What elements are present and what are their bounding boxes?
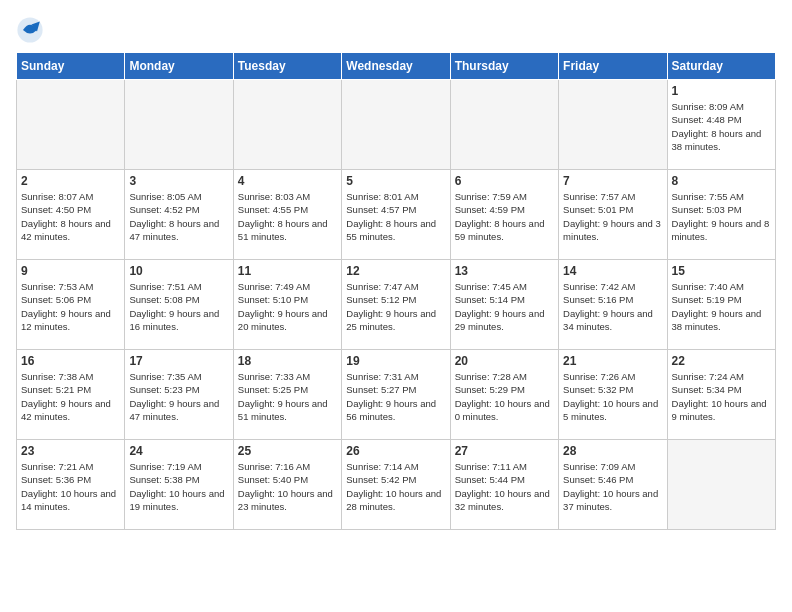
day-number: 10 [129,264,228,278]
calendar-cell: 24Sunrise: 7:19 AM Sunset: 5:38 PM Dayli… [125,440,233,530]
calendar-cell: 8Sunrise: 7:55 AM Sunset: 5:03 PM Daylig… [667,170,775,260]
day-info: Sunrise: 7:40 AM Sunset: 5:19 PM Dayligh… [672,280,771,333]
calendar-cell: 28Sunrise: 7:09 AM Sunset: 5:46 PM Dayli… [559,440,667,530]
calendar-cell: 10Sunrise: 7:51 AM Sunset: 5:08 PM Dayli… [125,260,233,350]
day-number: 20 [455,354,554,368]
day-info: Sunrise: 7:24 AM Sunset: 5:34 PM Dayligh… [672,370,771,423]
calendar-cell [17,80,125,170]
calendar-cell: 9Sunrise: 7:53 AM Sunset: 5:06 PM Daylig… [17,260,125,350]
day-info: Sunrise: 8:05 AM Sunset: 4:52 PM Dayligh… [129,190,228,243]
day-number: 16 [21,354,120,368]
day-number: 24 [129,444,228,458]
day-info: Sunrise: 7:57 AM Sunset: 5:01 PM Dayligh… [563,190,662,243]
calendar-cell: 6Sunrise: 7:59 AM Sunset: 4:59 PM Daylig… [450,170,558,260]
calendar-cell: 12Sunrise: 7:47 AM Sunset: 5:12 PM Dayli… [342,260,450,350]
day-number: 9 [21,264,120,278]
calendar-week-row: 23Sunrise: 7:21 AM Sunset: 5:36 PM Dayli… [17,440,776,530]
calendar-cell: 13Sunrise: 7:45 AM Sunset: 5:14 PM Dayli… [450,260,558,350]
day-number: 8 [672,174,771,188]
calendar-day-header: Saturday [667,53,775,80]
day-number: 11 [238,264,337,278]
day-number: 4 [238,174,337,188]
day-number: 1 [672,84,771,98]
calendar-cell: 11Sunrise: 7:49 AM Sunset: 5:10 PM Dayli… [233,260,341,350]
calendar-day-header: Friday [559,53,667,80]
calendar-cell: 26Sunrise: 7:14 AM Sunset: 5:42 PM Dayli… [342,440,450,530]
day-info: Sunrise: 7:33 AM Sunset: 5:25 PM Dayligh… [238,370,337,423]
calendar-cell: 14Sunrise: 7:42 AM Sunset: 5:16 PM Dayli… [559,260,667,350]
day-number: 26 [346,444,445,458]
calendar-cell: 16Sunrise: 7:38 AM Sunset: 5:21 PM Dayli… [17,350,125,440]
day-info: Sunrise: 7:31 AM Sunset: 5:27 PM Dayligh… [346,370,445,423]
day-number: 14 [563,264,662,278]
day-number: 13 [455,264,554,278]
calendar-cell: 23Sunrise: 7:21 AM Sunset: 5:36 PM Dayli… [17,440,125,530]
calendar-cell: 4Sunrise: 8:03 AM Sunset: 4:55 PM Daylig… [233,170,341,260]
day-number: 7 [563,174,662,188]
calendar-week-row: 16Sunrise: 7:38 AM Sunset: 5:21 PM Dayli… [17,350,776,440]
calendar-cell: 20Sunrise: 7:28 AM Sunset: 5:29 PM Dayli… [450,350,558,440]
calendar-cell [559,80,667,170]
calendar-week-row: 2Sunrise: 8:07 AM Sunset: 4:50 PM Daylig… [17,170,776,260]
day-info: Sunrise: 7:49 AM Sunset: 5:10 PM Dayligh… [238,280,337,333]
day-number: 15 [672,264,771,278]
day-number: 19 [346,354,445,368]
day-number: 28 [563,444,662,458]
calendar-cell: 15Sunrise: 7:40 AM Sunset: 5:19 PM Dayli… [667,260,775,350]
calendar-cell [125,80,233,170]
calendar-cell: 25Sunrise: 7:16 AM Sunset: 5:40 PM Dayli… [233,440,341,530]
day-number: 25 [238,444,337,458]
day-info: Sunrise: 7:38 AM Sunset: 5:21 PM Dayligh… [21,370,120,423]
day-info: Sunrise: 7:16 AM Sunset: 5:40 PM Dayligh… [238,460,337,513]
day-number: 2 [21,174,120,188]
page-header [16,16,776,44]
calendar-day-header: Tuesday [233,53,341,80]
calendar-cell: 5Sunrise: 8:01 AM Sunset: 4:57 PM Daylig… [342,170,450,260]
calendar-cell: 2Sunrise: 8:07 AM Sunset: 4:50 PM Daylig… [17,170,125,260]
day-info: Sunrise: 8:01 AM Sunset: 4:57 PM Dayligh… [346,190,445,243]
day-number: 12 [346,264,445,278]
calendar-cell [342,80,450,170]
day-info: Sunrise: 7:11 AM Sunset: 5:44 PM Dayligh… [455,460,554,513]
day-info: Sunrise: 7:42 AM Sunset: 5:16 PM Dayligh… [563,280,662,333]
day-number: 27 [455,444,554,458]
day-info: Sunrise: 7:21 AM Sunset: 5:36 PM Dayligh… [21,460,120,513]
calendar-body: 1Sunrise: 8:09 AM Sunset: 4:48 PM Daylig… [17,80,776,530]
day-info: Sunrise: 7:09 AM Sunset: 5:46 PM Dayligh… [563,460,662,513]
day-info: Sunrise: 7:28 AM Sunset: 5:29 PM Dayligh… [455,370,554,423]
calendar-day-header: Sunday [17,53,125,80]
calendar-header-row: SundayMondayTuesdayWednesdayThursdayFrid… [17,53,776,80]
day-number: 5 [346,174,445,188]
day-info: Sunrise: 8:03 AM Sunset: 4:55 PM Dayligh… [238,190,337,243]
day-info: Sunrise: 7:47 AM Sunset: 5:12 PM Dayligh… [346,280,445,333]
calendar-cell: 19Sunrise: 7:31 AM Sunset: 5:27 PM Dayli… [342,350,450,440]
calendar-week-row: 1Sunrise: 8:09 AM Sunset: 4:48 PM Daylig… [17,80,776,170]
day-info: Sunrise: 7:26 AM Sunset: 5:32 PM Dayligh… [563,370,662,423]
day-info: Sunrise: 7:53 AM Sunset: 5:06 PM Dayligh… [21,280,120,333]
calendar-cell: 22Sunrise: 7:24 AM Sunset: 5:34 PM Dayli… [667,350,775,440]
day-number: 18 [238,354,337,368]
calendar-day-header: Wednesday [342,53,450,80]
calendar-table: SundayMondayTuesdayWednesdayThursdayFrid… [16,52,776,530]
day-info: Sunrise: 7:45 AM Sunset: 5:14 PM Dayligh… [455,280,554,333]
day-number: 22 [672,354,771,368]
calendar-cell [667,440,775,530]
calendar-cell: 27Sunrise: 7:11 AM Sunset: 5:44 PM Dayli… [450,440,558,530]
day-info: Sunrise: 7:59 AM Sunset: 4:59 PM Dayligh… [455,190,554,243]
calendar-cell: 1Sunrise: 8:09 AM Sunset: 4:48 PM Daylig… [667,80,775,170]
calendar-cell: 3Sunrise: 8:05 AM Sunset: 4:52 PM Daylig… [125,170,233,260]
day-number: 3 [129,174,228,188]
calendar-day-header: Thursday [450,53,558,80]
calendar-cell: 21Sunrise: 7:26 AM Sunset: 5:32 PM Dayli… [559,350,667,440]
day-info: Sunrise: 7:35 AM Sunset: 5:23 PM Dayligh… [129,370,228,423]
calendar-cell: 17Sunrise: 7:35 AM Sunset: 5:23 PM Dayli… [125,350,233,440]
day-info: Sunrise: 7:55 AM Sunset: 5:03 PM Dayligh… [672,190,771,243]
day-info: Sunrise: 7:14 AM Sunset: 5:42 PM Dayligh… [346,460,445,513]
calendar-cell [450,80,558,170]
day-number: 6 [455,174,554,188]
day-info: Sunrise: 7:19 AM Sunset: 5:38 PM Dayligh… [129,460,228,513]
calendar-day-header: Monday [125,53,233,80]
day-number: 23 [21,444,120,458]
calendar-cell: 18Sunrise: 7:33 AM Sunset: 5:25 PM Dayli… [233,350,341,440]
day-info: Sunrise: 8:07 AM Sunset: 4:50 PM Dayligh… [21,190,120,243]
